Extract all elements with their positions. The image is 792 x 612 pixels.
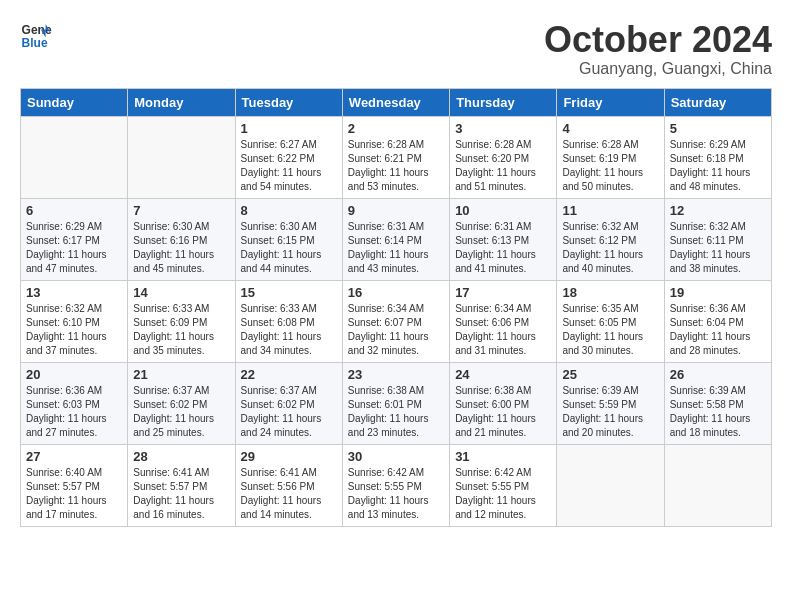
logo-icon: General Blue (20, 20, 52, 52)
calendar-cell: 14Sunrise: 6:33 AMSunset: 6:09 PMDayligh… (128, 280, 235, 362)
cell-info: Sunrise: 6:31 AMSunset: 6:13 PMDaylight:… (455, 220, 551, 276)
calendar-cell: 10Sunrise: 6:31 AMSunset: 6:13 PMDayligh… (450, 198, 557, 280)
day-number: 16 (348, 285, 444, 300)
cell-info: Sunrise: 6:27 AMSunset: 6:22 PMDaylight:… (241, 138, 337, 194)
title-block: October 2024 Guanyang, Guangxi, China (544, 20, 772, 78)
day-number: 2 (348, 121, 444, 136)
calendar-cell (557, 444, 664, 526)
day-number: 20 (26, 367, 122, 382)
calendar-cell: 17Sunrise: 6:34 AMSunset: 6:06 PMDayligh… (450, 280, 557, 362)
day-number: 23 (348, 367, 444, 382)
calendar-cell: 24Sunrise: 6:38 AMSunset: 6:00 PMDayligh… (450, 362, 557, 444)
logo: General Blue (20, 20, 52, 52)
day-number: 29 (241, 449, 337, 464)
cell-info: Sunrise: 6:33 AMSunset: 6:08 PMDaylight:… (241, 302, 337, 358)
day-number: 5 (670, 121, 766, 136)
calendar-cell: 15Sunrise: 6:33 AMSunset: 6:08 PMDayligh… (235, 280, 342, 362)
calendar-cell: 8Sunrise: 6:30 AMSunset: 6:15 PMDaylight… (235, 198, 342, 280)
calendar-cell: 22Sunrise: 6:37 AMSunset: 6:02 PMDayligh… (235, 362, 342, 444)
day-number: 1 (241, 121, 337, 136)
calendar-cell: 16Sunrise: 6:34 AMSunset: 6:07 PMDayligh… (342, 280, 449, 362)
calendar-header-saturday: Saturday (664, 88, 771, 116)
cell-info: Sunrise: 6:28 AMSunset: 6:21 PMDaylight:… (348, 138, 444, 194)
cell-info: Sunrise: 6:32 AMSunset: 6:12 PMDaylight:… (562, 220, 658, 276)
day-number: 30 (348, 449, 444, 464)
cell-info: Sunrise: 6:38 AMSunset: 6:00 PMDaylight:… (455, 384, 551, 440)
page-header: General Blue October 2024 Guanyang, Guan… (20, 20, 772, 78)
cell-info: Sunrise: 6:28 AMSunset: 6:20 PMDaylight:… (455, 138, 551, 194)
cell-info: Sunrise: 6:36 AMSunset: 6:03 PMDaylight:… (26, 384, 122, 440)
calendar-cell: 7Sunrise: 6:30 AMSunset: 6:16 PMDaylight… (128, 198, 235, 280)
day-number: 14 (133, 285, 229, 300)
calendar-cell: 9Sunrise: 6:31 AMSunset: 6:14 PMDaylight… (342, 198, 449, 280)
cell-info: Sunrise: 6:31 AMSunset: 6:14 PMDaylight:… (348, 220, 444, 276)
cell-info: Sunrise: 6:42 AMSunset: 5:55 PMDaylight:… (348, 466, 444, 522)
day-number: 25 (562, 367, 658, 382)
location-subtitle: Guanyang, Guangxi, China (544, 60, 772, 78)
cell-info: Sunrise: 6:39 AMSunset: 5:59 PMDaylight:… (562, 384, 658, 440)
day-number: 8 (241, 203, 337, 218)
cell-info: Sunrise: 6:37 AMSunset: 6:02 PMDaylight:… (241, 384, 337, 440)
calendar-cell: 5Sunrise: 6:29 AMSunset: 6:18 PMDaylight… (664, 116, 771, 198)
calendar-cell (664, 444, 771, 526)
day-number: 31 (455, 449, 551, 464)
day-number: 26 (670, 367, 766, 382)
calendar-cell: 29Sunrise: 6:41 AMSunset: 5:56 PMDayligh… (235, 444, 342, 526)
calendar-cell: 6Sunrise: 6:29 AMSunset: 6:17 PMDaylight… (21, 198, 128, 280)
cell-info: Sunrise: 6:32 AMSunset: 6:10 PMDaylight:… (26, 302, 122, 358)
day-number: 11 (562, 203, 658, 218)
calendar-cell: 13Sunrise: 6:32 AMSunset: 6:10 PMDayligh… (21, 280, 128, 362)
day-number: 6 (26, 203, 122, 218)
day-number: 21 (133, 367, 229, 382)
calendar-cell: 2Sunrise: 6:28 AMSunset: 6:21 PMDaylight… (342, 116, 449, 198)
cell-info: Sunrise: 6:30 AMSunset: 6:16 PMDaylight:… (133, 220, 229, 276)
calendar-cell (128, 116, 235, 198)
calendar-table: SundayMondayTuesdayWednesdayThursdayFrid… (20, 88, 772, 527)
cell-info: Sunrise: 6:29 AMSunset: 6:18 PMDaylight:… (670, 138, 766, 194)
day-number: 17 (455, 285, 551, 300)
cell-info: Sunrise: 6:41 AMSunset: 5:56 PMDaylight:… (241, 466, 337, 522)
calendar-cell: 12Sunrise: 6:32 AMSunset: 6:11 PMDayligh… (664, 198, 771, 280)
calendar-cell: 30Sunrise: 6:42 AMSunset: 5:55 PMDayligh… (342, 444, 449, 526)
calendar-header-sunday: Sunday (21, 88, 128, 116)
day-number: 22 (241, 367, 337, 382)
calendar-cell: 21Sunrise: 6:37 AMSunset: 6:02 PMDayligh… (128, 362, 235, 444)
day-number: 4 (562, 121, 658, 136)
month-title: October 2024 (544, 20, 772, 60)
calendar-cell: 3Sunrise: 6:28 AMSunset: 6:20 PMDaylight… (450, 116, 557, 198)
calendar-cell: 4Sunrise: 6:28 AMSunset: 6:19 PMDaylight… (557, 116, 664, 198)
calendar-header-thursday: Thursday (450, 88, 557, 116)
day-number: 15 (241, 285, 337, 300)
cell-info: Sunrise: 6:36 AMSunset: 6:04 PMDaylight:… (670, 302, 766, 358)
cell-info: Sunrise: 6:41 AMSunset: 5:57 PMDaylight:… (133, 466, 229, 522)
cell-info: Sunrise: 6:32 AMSunset: 6:11 PMDaylight:… (670, 220, 766, 276)
calendar-cell: 27Sunrise: 6:40 AMSunset: 5:57 PMDayligh… (21, 444, 128, 526)
day-number: 7 (133, 203, 229, 218)
cell-info: Sunrise: 6:35 AMSunset: 6:05 PMDaylight:… (562, 302, 658, 358)
day-number: 18 (562, 285, 658, 300)
cell-info: Sunrise: 6:28 AMSunset: 6:19 PMDaylight:… (562, 138, 658, 194)
day-number: 12 (670, 203, 766, 218)
calendar-header-friday: Friday (557, 88, 664, 116)
day-number: 24 (455, 367, 551, 382)
calendar-header-wednesday: Wednesday (342, 88, 449, 116)
cell-info: Sunrise: 6:39 AMSunset: 5:58 PMDaylight:… (670, 384, 766, 440)
cell-info: Sunrise: 6:33 AMSunset: 6:09 PMDaylight:… (133, 302, 229, 358)
calendar-cell (21, 116, 128, 198)
calendar-cell: 1Sunrise: 6:27 AMSunset: 6:22 PMDaylight… (235, 116, 342, 198)
cell-info: Sunrise: 6:42 AMSunset: 5:55 PMDaylight:… (455, 466, 551, 522)
cell-info: Sunrise: 6:37 AMSunset: 6:02 PMDaylight:… (133, 384, 229, 440)
calendar-cell: 11Sunrise: 6:32 AMSunset: 6:12 PMDayligh… (557, 198, 664, 280)
day-number: 27 (26, 449, 122, 464)
day-number: 19 (670, 285, 766, 300)
calendar-header-monday: Monday (128, 88, 235, 116)
calendar-header-tuesday: Tuesday (235, 88, 342, 116)
calendar-cell: 31Sunrise: 6:42 AMSunset: 5:55 PMDayligh… (450, 444, 557, 526)
calendar-cell: 28Sunrise: 6:41 AMSunset: 5:57 PMDayligh… (128, 444, 235, 526)
cell-info: Sunrise: 6:30 AMSunset: 6:15 PMDaylight:… (241, 220, 337, 276)
calendar-cell: 18Sunrise: 6:35 AMSunset: 6:05 PMDayligh… (557, 280, 664, 362)
day-number: 3 (455, 121, 551, 136)
calendar-cell: 19Sunrise: 6:36 AMSunset: 6:04 PMDayligh… (664, 280, 771, 362)
day-number: 10 (455, 203, 551, 218)
svg-text:Blue: Blue (22, 36, 48, 50)
